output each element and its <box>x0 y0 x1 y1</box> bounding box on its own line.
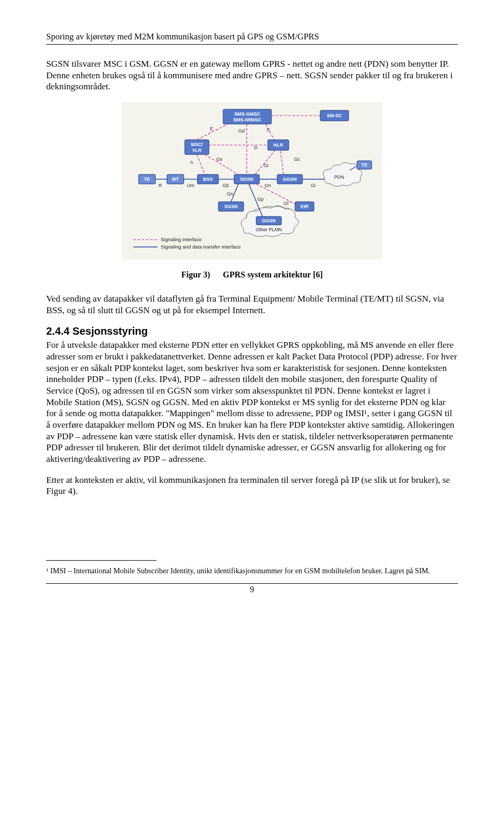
svg-line-35 <box>280 150 284 174</box>
iface-e: E <box>210 126 213 131</box>
node-te-right: TE <box>361 162 368 168</box>
figure-caption-label: Figur 3) <box>181 270 210 279</box>
iface-gs: Gs <box>216 157 223 162</box>
legend-sig: Signaling interface <box>161 236 202 242</box>
svg-text:GGSN: GGSN <box>262 218 276 223</box>
iface-r: R <box>159 183 162 188</box>
node-sgsn: SGSN <box>240 177 254 182</box>
svg-text:SMS-IWMSC: SMS-IWMSC <box>233 117 261 122</box>
iface-gr: Gr <box>264 163 269 168</box>
iface-gc: Gc <box>294 157 300 162</box>
figure-caption-text: GPRS system arkitektur [6] <box>223 270 322 279</box>
iface-gi: Gi <box>311 183 316 188</box>
header-rule <box>46 44 458 45</box>
iface-gb: Gb <box>223 183 229 188</box>
node-ggsn: GGSN <box>283 177 297 182</box>
node-other-plmn: Other PLMN <box>256 227 282 232</box>
svg-text:VLR: VLR <box>192 148 202 153</box>
figure-caption: Figur 3) GPRS system arkitektur [6] <box>46 270 458 280</box>
iface-gp: Gp <box>257 197 264 202</box>
node-bss: BSS <box>203 177 213 182</box>
node-hlr: HLR <box>274 142 284 148</box>
svg-line-32 <box>197 154 205 174</box>
page: Sporing av kjøretøy med M2M kommunikasjo… <box>0 0 504 615</box>
page-footer-rule <box>46 583 458 584</box>
gprs-diagram-svg: Signaling interface Signaling and data t… <box>126 106 378 253</box>
paragraph-3: For å utveksle datapakker med eksterne P… <box>46 339 458 465</box>
iface-a: A <box>190 160 193 165</box>
footnote-rule <box>46 560 156 561</box>
figure-svg: Signaling interface Signaling and data t… <box>122 102 382 260</box>
figure-gprs-architecture: Signaling interface Signaling and data t… <box>46 102 458 260</box>
node-msc-vlr: MSC/ <box>191 142 203 147</box>
footnote-1: ¹ IMSI – International Mobile Subscriber… <box>46 566 458 575</box>
node-pdn: PDN <box>334 174 344 180</box>
iface-d: D <box>254 145 258 150</box>
running-header: Sporing av kjøretøy med M2M kommunikasjo… <box>46 32 458 42</box>
iface-gn2: Gn <box>227 191 233 197</box>
iface-gd: Gd <box>238 128 245 133</box>
node-te-left: TE <box>144 177 150 182</box>
legend-data: Signaling and data transfer interface <box>161 244 241 250</box>
iface-c: C <box>267 127 270 132</box>
node-mt: MT <box>172 177 179 182</box>
paragraph-4: Etter at konteksten er aktiv, vil kommun… <box>46 474 458 497</box>
iface-um: Um <box>187 183 194 188</box>
section-heading: 2.4.4 Sesjonsstyring <box>46 325 458 337</box>
node-eir: EIR <box>300 204 309 209</box>
page-number: 9 <box>46 585 458 594</box>
iface-gf: Gf <box>284 201 289 206</box>
node-sgsn2: SGSN <box>224 204 238 209</box>
node-sm-sc: SM-SC <box>327 113 343 118</box>
svg-line-34 <box>255 150 275 174</box>
iface-gn: Gn <box>265 183 271 188</box>
node-sms: SMS-GMSC <box>234 111 260 117</box>
paragraph-2: Ved sending av datapakker vil dataflyten… <box>46 293 458 316</box>
paragraph-1: SGSN tilsvarer MSC i GSM. GGSN er en gat… <box>46 58 458 92</box>
svg-line-36 <box>256 184 297 205</box>
